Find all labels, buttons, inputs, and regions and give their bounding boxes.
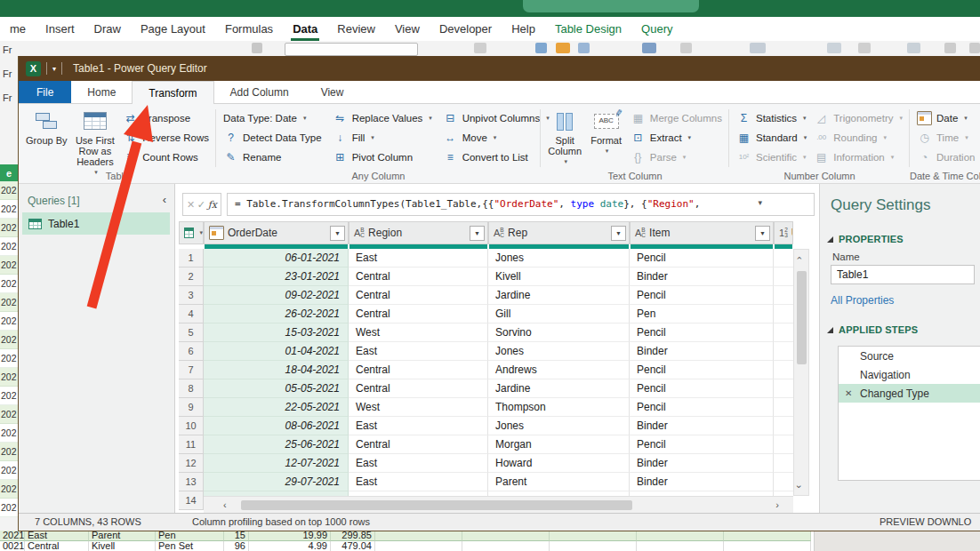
excel-tab-data[interactable]: Data <box>283 17 327 41</box>
grid-cell[interactable]: Jones <box>488 417 630 435</box>
ribbon-button-reverse-rows[interactable]: ⇅Reverse Rows <box>123 129 209 146</box>
grid-cell[interactable]: Binder <box>630 268 774 286</box>
grid-cell[interactable]: Central <box>349 286 488 305</box>
row-number[interactable]: 2 <box>179 268 204 286</box>
scroll-up-icon[interactable]: › <box>794 257 804 260</box>
grid-cell[interactable] <box>774 417 793 435</box>
grid-cell[interactable]: 18-04-2021 <box>204 361 349 379</box>
row-number[interactable]: 7 <box>179 361 204 379</box>
ribbon-button-standard[interactable]: ▦Standard▾ <box>736 129 807 146</box>
grid-cell[interactable] <box>774 398 793 417</box>
grid-cell[interactable]: Pencil <box>630 379 774 398</box>
formula-bar-input[interactable]: = Table.TransformColumnTypes(Table1_Tabl… <box>227 193 815 216</box>
grid-cell[interactable]: East <box>349 473 488 491</box>
excel-tab-developer[interactable]: Developer <box>430 17 502 41</box>
ribbon-button-split-column[interactable]: Split Column▾ <box>548 108 582 167</box>
grid-cell[interactable]: Pencil <box>630 286 774 305</box>
row-number[interactable]: 6 <box>179 342 204 361</box>
grid-cell[interactable]: Binder <box>630 473 774 491</box>
grid-cell[interactable]: 22-05-2021 <box>204 398 349 417</box>
row-number[interactable]: 8 <box>179 379 204 398</box>
excel-tab-draw[interactable]: Draw <box>84 17 131 41</box>
grid-corner-select-button[interactable]: ▾ <box>179 221 204 244</box>
grid-cell[interactable] <box>774 268 793 286</box>
applied-step-changed-type[interactable]: ✕Changed Type <box>839 384 980 403</box>
row-number[interactable]: 9 <box>179 398 204 417</box>
hscroll-thumb[interactable] <box>241 500 632 510</box>
ribbon-button-rename[interactable]: ✎Rename <box>223 148 322 165</box>
grid-cell[interactable]: East <box>349 454 488 473</box>
status-profiling-info[interactable]: Column profiling based on top 1000 rows <box>192 516 370 527</box>
column-header-region[interactable]: ABCRegion▼ <box>349 221 488 244</box>
pq-tab-home[interactable]: Home <box>71 81 132 103</box>
grid-cell[interactable]: East <box>349 249 488 268</box>
grid-cell[interactable] <box>774 323 793 342</box>
ribbon-button-information[interactable]: ▤Information▾ <box>814 148 903 165</box>
grid-cell[interactable]: Andrews <box>488 361 630 379</box>
grid-cell[interactable]: Kivell <box>488 268 630 286</box>
grid-cell[interactable]: Jardine <box>488 286 630 305</box>
grid-cell[interactable]: Jones <box>488 249 630 268</box>
ribbon-button-trigonometry[interactable]: ◿Trigonometry▾ <box>814 109 903 126</box>
ribbon-button-transpose[interactable]: ⇄Transpose <box>123 109 209 126</box>
grid-cell[interactable]: 26-02-2021 <box>204 305 349 323</box>
grid-cell[interactable]: Binder <box>630 454 774 473</box>
grid-cell[interactable]: Pencil <box>630 323 774 342</box>
grid-cell[interactable]: East <box>349 417 488 435</box>
grid-cell[interactable]: Pencil <box>630 398 774 417</box>
properties-section-header[interactable]: PROPERTIES <box>827 234 904 244</box>
ribbon-button-statistics[interactable]: ΣStatistics▾ <box>736 109 807 126</box>
grid-cell[interactable]: Parent <box>488 473 630 491</box>
scroll-down-icon[interactable]: › <box>794 485 804 489</box>
horizontal-scrollbar[interactable]: ‹› <box>204 496 793 513</box>
formula-cancel-button[interactable]: ✕ <box>187 199 195 211</box>
all-properties-link[interactable]: All Properties <box>831 294 894 307</box>
pq-tab-transform[interactable]: Transform <box>132 81 213 104</box>
grid-cell[interactable]: 01-04-2021 <box>204 342 349 361</box>
grid-cell[interactable]: Central <box>349 361 488 379</box>
excel-tab-review[interactable]: Review <box>327 17 385 41</box>
quick-access-toolbar-chevron-icon[interactable]: ▾ <box>52 65 56 73</box>
grid-cell[interactable]: Pencil <box>630 435 774 454</box>
applied-steps-section-header[interactable]: APPLIED STEPS <box>827 324 918 335</box>
grid-cell[interactable]: East <box>349 342 488 361</box>
filter-button-icon[interactable]: ▼ <box>470 226 485 241</box>
ribbon-button-group-by[interactable]: Group By <box>26 108 68 146</box>
row-number[interactable]: 13 <box>179 473 204 491</box>
excel-tab-help[interactable]: Help <box>502 17 545 41</box>
grid-cell[interactable] <box>774 342 793 361</box>
applied-step-navigation[interactable]: Navigation <box>839 365 980 384</box>
grid-cell[interactable]: Gill <box>488 305 630 323</box>
row-number[interactable]: 11 <box>179 435 204 454</box>
grid-cell[interactable]: 08-06-2021 <box>204 417 349 435</box>
grid-cell[interactable]: 15-03-2021 <box>204 323 349 342</box>
scroll-right-icon[interactable]: › <box>775 500 779 510</box>
grid-cell[interactable]: Central <box>349 435 488 454</box>
filter-button-icon[interactable]: ▼ <box>755 226 770 241</box>
ribbon-button-scientific[interactable]: 10²Scientific▾ <box>736 148 807 165</box>
ribbon-button-rounding[interactable]: .00Rounding▾ <box>814 129 903 146</box>
scroll-left-icon[interactable]: ‹ <box>223 500 227 510</box>
excel-tab-view[interactable]: View <box>385 17 430 41</box>
grid-cell[interactable]: Central <box>349 305 488 323</box>
pq-tab-view[interactable]: View <box>305 81 360 103</box>
ribbon-button-format[interactable]: ABCFormat▾ <box>589 108 623 156</box>
ribbon-button-pivot-column[interactable]: ⊞Pivot Column <box>333 148 432 165</box>
grid-cell[interactable]: Binder <box>630 417 774 435</box>
ribbon-button-replace-values[interactable]: ⇋Replace Values▾ <box>333 109 432 126</box>
grid-cell[interactable]: Central <box>349 379 488 398</box>
grid-cell[interactable] <box>774 249 793 268</box>
grid-cell[interactable]: Pencil <box>630 361 774 379</box>
delete-step-icon[interactable]: ✕ <box>845 388 852 398</box>
grid-cell[interactable]: 12-07-2021 <box>204 454 349 473</box>
formula-bar-expand-chevron-icon[interactable]: ▾ <box>758 198 762 207</box>
ribbon-button-move[interactable]: ↔Move▾ <box>443 129 550 146</box>
column-header-orderdate[interactable]: OrderDate▼ <box>204 221 349 244</box>
row-number[interactable]: 5 <box>179 323 204 342</box>
ribbon-button-detect-data-type[interactable]: ?Detect Data Type <box>223 129 322 146</box>
ribbon-button-count-rows[interactable]: ≣Count Rows <box>123 148 209 165</box>
excel-tab-query[interactable]: Query <box>631 17 682 41</box>
filter-button-icon[interactable]: ▼ <box>611 226 626 241</box>
pq-titlebar[interactable]: X ▾ Table1 - Power Query Editor <box>19 56 980 81</box>
ribbon-button-time[interactable]: ◷Time▾ <box>917 129 980 146</box>
